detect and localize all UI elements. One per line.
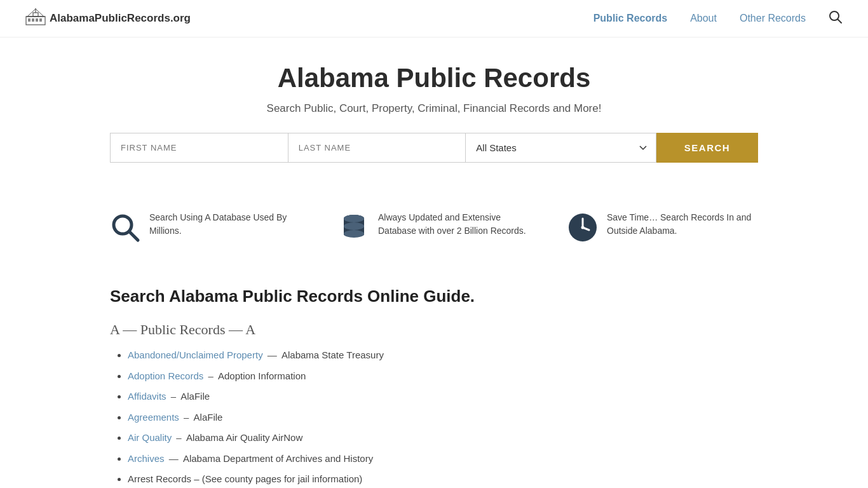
svg-rect-3 [36,18,38,22]
svg-line-10 [838,19,842,23]
logo-text: AlabamaPublicRecords.org [50,12,191,25]
svg-point-22 [344,222,364,230]
svg-point-23 [344,230,364,238]
guide-title: Search Alabama Public Records Online Gui… [110,287,758,306]
svg-point-27 [581,226,585,229]
list-item: Agreements – AlaFile [128,410,758,425]
list-item: Abandoned/Unclaimed Property — Alabama S… [128,348,758,363]
svg-rect-1 [28,18,31,22]
section-heading: A — Public Records — A [110,322,758,338]
record-link-affidavits[interactable]: Affidavits [128,391,166,402]
record-link-archives[interactable]: Archives [128,453,165,464]
guide-section: Search Alabama Public Records Online Gui… [85,287,783,488]
last-name-input[interactable] [288,133,466,163]
search-button[interactable]: SEARCH [656,133,758,163]
feature-database-text: Always Updated and Extensive Database wi… [378,211,529,238]
logo-link[interactable]: AlabamaPublicRecords.org [25,8,191,29]
search-form: All States Alabama Alaska Arizona Arkans… [85,133,783,163]
svg-rect-2 [32,18,34,22]
clock-circle-icon [567,212,598,248]
list-item: Air Quality – Alabama Air Quality AirNow [128,431,758,445]
state-select[interactable]: All States Alabama Alaska Arizona Arkans… [465,133,656,163]
feature-time: Save Time… Search Records In and Outside… [567,211,758,248]
list-item: Arrest Records – (See county pages for j… [128,472,758,487]
feature-time-text: Save Time… Search Records In and Outside… [607,211,758,238]
svg-point-21 [344,215,364,222]
logo-building-icon [25,8,46,29]
database-stack-icon [339,212,369,248]
record-link-adoption[interactable]: Adoption Records [128,370,203,381]
list-item: Adoption Records – Adoption Information [128,369,758,384]
list-item: Archives — Alabama Department of Archive… [128,452,758,466]
list-item: Affidavits – AlaFile [128,390,758,404]
svg-rect-4 [39,18,42,22]
record-link-agreements[interactable]: Agreements [128,412,179,423]
feature-search-text: Search Using A Database Used By Millions… [149,211,301,238]
nav-about[interactable]: About [690,13,717,24]
records-list: Abandoned/Unclaimed Property — Alabama S… [110,348,758,488]
nav-search-icon[interactable] [829,10,843,27]
svg-rect-5 [33,13,38,17]
features-section: Search Using A Database Used By Millions… [85,205,783,255]
search-magnify-icon [110,212,140,248]
main-nav: Public Records About Other Records [593,10,843,27]
record-link-air-quality[interactable]: Air Quality [128,432,172,443]
svg-line-12 [130,232,138,240]
nav-other-records[interactable]: Other Records [740,13,806,24]
hero-subtitle: Search Public, Court, Property, Criminal… [13,102,855,115]
feature-database: Always Updated and Extensive Database wi… [339,211,529,248]
first-name-input[interactable] [110,133,288,163]
feature-search: Search Using A Database Used By Millions… [110,211,301,248]
hero-section: Alabama Public Records Search Public, Co… [0,37,868,205]
nav-public-records[interactable]: Public Records [593,13,667,24]
record-link-abandoned[interactable]: Abandoned/Unclaimed Property [128,349,263,360]
page-title: Alabama Public Records [13,63,855,93]
site-header: AlabamaPublicRecords.org Public Records … [0,0,868,37]
